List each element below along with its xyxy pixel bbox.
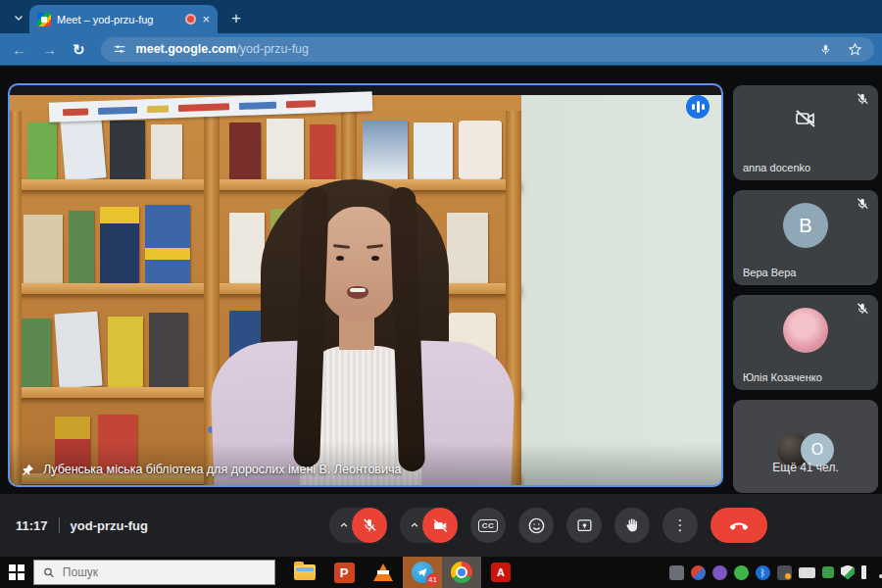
- system-tray: ᛒ: [669, 565, 882, 580]
- tray-app-icon[interactable]: [691, 565, 706, 580]
- overflow-count-label: Ещё 41 чел.: [733, 461, 878, 474]
- tab-strip: Meet – yod-przu-fug × +: [0, 0, 882, 33]
- cc-icon: CC: [478, 519, 499, 532]
- voice-search-icon[interactable]: [819, 43, 832, 56]
- captions-button[interactable]: CC: [470, 508, 506, 543]
- meeting-info: 11:17 yod-przu-fug: [16, 517, 148, 533]
- camera-options-chevron-icon[interactable]: [407, 520, 422, 530]
- more-options-button[interactable]: ⋮: [662, 508, 698, 543]
- tray-app-icon[interactable]: [669, 565, 684, 580]
- forward-icon[interactable]: →: [42, 42, 57, 57]
- meet-control-bar: 11:17 yod-przu-fug: [0, 494, 882, 557]
- shelf-post: [10, 111, 22, 485]
- telegram-button[interactable]: 41: [403, 557, 442, 588]
- participant-tile[interactable]: В Вера Вера: [733, 190, 878, 285]
- defender-shield-icon[interactable]: [841, 565, 855, 580]
- tab-title: Meet – yod-przu-fug: [57, 14, 179, 25]
- meeting-code: yod-przu-fug: [71, 518, 148, 533]
- wifi-icon[interactable]: [873, 566, 882, 578]
- chrome-icon: [451, 562, 472, 583]
- mic-control[interactable]: [329, 508, 387, 543]
- reactions-button[interactable]: [518, 508, 554, 543]
- audio-indicator-icon: [686, 95, 710, 119]
- participant-tile[interactable]: anna docenko: [733, 85, 878, 180]
- camera-off-icon: [794, 107, 817, 130]
- main-video-tile[interactable]: Лубенська міська бібліотека для дорослих…: [8, 83, 723, 487]
- powerpoint-icon: P: [334, 563, 355, 583]
- acrobat-icon: A: [491, 563, 511, 582]
- participant-tile[interactable]: Юлія Козаченко: [733, 295, 878, 390]
- pinned-participant-caption: Лубенська міська бібліотека для дорослих…: [22, 463, 401, 476]
- end-call-icon: [729, 515, 749, 535]
- tray-app-icon[interactable]: [822, 566, 834, 578]
- vlc-button[interactable]: [364, 557, 403, 588]
- shelf-board: [10, 179, 521, 190]
- call-controls: CC ⋮: [329, 508, 767, 543]
- display-icon[interactable]: [799, 567, 815, 578]
- caption-text: Лубенська міська бібліотека для дорослих…: [43, 463, 401, 476]
- bookmark-star-icon[interactable]: [848, 42, 862, 57]
- search-input[interactable]: [63, 565, 266, 579]
- overflow-tile[interactable]: О Ещё 41 чел.: [733, 400, 878, 493]
- mic-off-icon: [856, 197, 869, 211]
- smiley-icon: [527, 516, 546, 535]
- camera-control[interactable]: [400, 508, 458, 543]
- file-explorer-button[interactable]: [285, 557, 324, 588]
- usb-icon[interactable]: [861, 565, 866, 579]
- participant-name: anna docenko: [743, 162, 810, 173]
- participant-name: Юлія Козаченко: [743, 371, 822, 383]
- recording-indicator-icon: [185, 14, 196, 24]
- chrome-button[interactable]: [442, 557, 481, 588]
- browser-window: Meet – yod-przu-fug × + ← → ↻ meet.googl…: [0, 0, 882, 588]
- search-icon: [43, 566, 55, 579]
- tab-close-icon[interactable]: ×: [202, 13, 210, 25]
- speaker-eye: [371, 256, 379, 261]
- url-text: meet.google.com/yod-przu-fug: [136, 42, 309, 56]
- tray-app-icon[interactable]: [777, 565, 792, 580]
- hand-icon: [623, 516, 641, 534]
- camera-off-button[interactable]: [422, 508, 458, 543]
- raise-hand-button[interactable]: [614, 508, 650, 543]
- folder-icon: [294, 564, 316, 580]
- tab-search-chevron-icon[interactable]: [6, 7, 31, 28]
- notification-badge: 41: [426, 573, 439, 586]
- site-info-icon[interactable]: [113, 42, 126, 56]
- back-icon[interactable]: ←: [12, 42, 26, 57]
- more-options-icon: ⋮: [673, 516, 688, 534]
- meet-favicon-icon: [37, 13, 51, 26]
- mic-off-button[interactable]: [352, 508, 387, 543]
- browser-tab[interactable]: Meet – yod-przu-fug ×: [29, 5, 218, 33]
- participant-name: Вера Вера: [743, 267, 796, 278]
- avatar-photo: [783, 308, 828, 353]
- mic-options-chevron-icon[interactable]: [336, 520, 352, 530]
- present-screen-button[interactable]: [566, 508, 602, 543]
- meet-stage: Лубенська міська бібліотека для дорослих…: [0, 66, 882, 557]
- windows-taskbar: P 41 A ᛒ: [0, 557, 882, 588]
- avatar: В: [783, 203, 828, 248]
- new-tab-button[interactable]: +: [225, 8, 247, 29]
- book-row: [10, 113, 521, 179]
- reload-icon[interactable]: ↻: [73, 42, 85, 57]
- end-call-button[interactable]: [710, 508, 767, 543]
- divider: [59, 517, 60, 533]
- start-button[interactable]: [0, 557, 33, 588]
- address-bar[interactable]: meet.google.com/yod-przu-fug: [101, 37, 874, 62]
- clock-time: 11:17: [16, 518, 48, 533]
- present-icon: [576, 517, 593, 534]
- acrobat-button[interactable]: A: [481, 557, 520, 588]
- bluetooth-icon[interactable]: ᛒ: [756, 565, 770, 580]
- whatsapp-icon[interactable]: [734, 565, 749, 580]
- vlc-cone-icon: [373, 564, 393, 581]
- taskbar-search[interactable]: [33, 560, 275, 585]
- windows-logo-icon: [9, 564, 24, 580]
- speaker-eye: [336, 256, 344, 261]
- viber-icon[interactable]: [712, 565, 727, 580]
- mic-off-icon: [856, 302, 869, 316]
- mic-off-icon: [856, 92, 869, 106]
- powerpoint-button[interactable]: P: [324, 557, 364, 588]
- pin-icon: [22, 464, 34, 476]
- browser-toolbar: ← → ↻ meet.google.com/yod-przu-fug: [0, 33, 882, 66]
- speaker-face: [318, 207, 400, 320]
- speaker-mouth: [347, 286, 368, 299]
